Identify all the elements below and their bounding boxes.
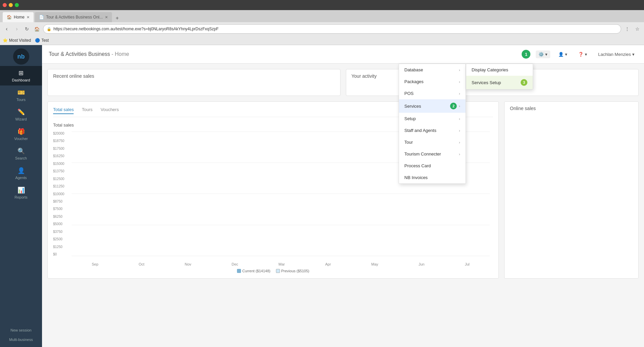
tab-home-label: Home xyxy=(14,15,25,20)
menu-services-arrow: › xyxy=(459,104,460,108)
person-arrow: ▾ xyxy=(565,52,567,57)
bookmark-test[interactable]: 🔵 Test xyxy=(35,38,49,43)
new-session-label: New session xyxy=(10,328,31,332)
home-btn[interactable]: 🏠 xyxy=(33,25,41,33)
wizard-label: Wizard xyxy=(15,117,27,121)
menu-tour-label: Tour xyxy=(404,140,413,145)
reports-label: Reports xyxy=(14,195,28,199)
menu-pos-label: POS xyxy=(404,91,413,96)
bookmark-most-visited-label: Most Visited xyxy=(9,38,31,43)
win-max-btn[interactable] xyxy=(15,3,19,7)
menu-packages[interactable]: Packages › xyxy=(399,76,466,88)
app-title-sep: - xyxy=(112,51,115,57)
menu-staff-agents[interactable]: Staff and Agents › xyxy=(399,125,466,136)
recent-sales-title: Recent online sales xyxy=(53,73,335,79)
forward-btn[interactable]: › xyxy=(13,25,21,33)
gear-dropdown: Database › Packages › POS › Services 2 › xyxy=(399,64,466,184)
sidebar-logo: nb xyxy=(13,48,29,65)
dashboard-label: Dashboard xyxy=(12,78,30,82)
sidebar-item-agents[interactable]: 👤 Agents xyxy=(0,164,42,183)
lock-icon: 🔒 xyxy=(47,27,51,31)
bookmarks-bar: ⭐ Most Visited 🔵 Test xyxy=(0,36,644,45)
search-icon: 🔍 xyxy=(17,147,25,155)
gear-icon: ⚙️ xyxy=(538,52,544,57)
app-title-sub: Home xyxy=(115,51,129,57)
menu-services[interactable]: Services 2 › xyxy=(399,99,466,113)
home-favicon: 🏠 xyxy=(7,15,12,20)
menu-pos-arrow: › xyxy=(459,92,460,96)
sidebar-item-reports[interactable]: 📊 Reports xyxy=(0,183,42,203)
win-close-btn[interactable] xyxy=(3,3,7,7)
bookmark-icon: ⭐ xyxy=(3,38,8,43)
tab-tours[interactable]: Tours xyxy=(82,107,92,114)
legend-previous-label: Previous ($5105) xyxy=(281,269,310,273)
user-name[interactable]: Lachlan Menzies ▾ xyxy=(595,50,637,58)
menu-setup[interactable]: Setup › xyxy=(399,113,466,125)
help-btn[interactable]: ❓ ▾ xyxy=(575,50,590,58)
person-icon: 👤 xyxy=(558,52,564,57)
menu-tourism-connecter[interactable]: Tourism Connecter › xyxy=(399,148,466,160)
sidebar-item-wizard[interactable]: ✏️ Wizard xyxy=(0,105,42,125)
legend-previous-color xyxy=(276,269,280,273)
tab-tour-close[interactable]: ✕ xyxy=(105,15,108,20)
menu-services-label: Services xyxy=(404,104,421,109)
bottom-row: Total sales Tours Vouchers Total sales xyxy=(47,101,639,279)
x-axis: Sep Oct Nov Dec Mar Apr May Jun Jul xyxy=(72,262,490,266)
agents-icon: 👤 xyxy=(17,167,25,174)
sidebar-new-session[interactable]: New session xyxy=(0,325,42,335)
extensions-btn[interactable]: ⋮ xyxy=(623,25,631,33)
bookmark-most-visited[interactable]: ⭐ Most Visited xyxy=(3,38,31,43)
browser-chrome xyxy=(0,0,644,10)
sidebar-item-dashboard[interactable]: ⊞ Dashboard xyxy=(0,66,42,85)
legend-current: Current ($14148) xyxy=(237,269,271,273)
multi-business-label: Multi-business xyxy=(9,338,33,342)
gear-btn[interactable]: ⚙️ ▾ xyxy=(536,50,550,58)
menu-pos[interactable]: POS › xyxy=(399,88,466,99)
menu-setup-label: Setup xyxy=(404,116,416,121)
top-bar: Tour & Activities Business - Home 1 ⚙️ ▾… xyxy=(42,45,644,64)
menu-nb-invoices[interactable]: NB Invoices xyxy=(399,172,466,183)
refresh-btn[interactable]: ↻ xyxy=(23,25,31,33)
menu-staff-agents-arrow: › xyxy=(459,129,460,133)
sidebar-item-search[interactable]: 🔍 Search xyxy=(0,144,42,164)
step1-badge: 1 xyxy=(522,50,530,59)
menu-database-label: Database xyxy=(404,67,423,72)
sidebar-multi-business[interactable]: Multi-business xyxy=(0,335,42,344)
tab-home[interactable]: 🏠 Home ✕ xyxy=(3,12,34,22)
submenu-services-setup[interactable]: Services Setup 3 xyxy=(466,76,533,89)
tab-tour-label: Tour & Activities Business Onl... xyxy=(46,15,103,20)
menu-database[interactable]: Database › xyxy=(399,64,466,76)
menu-tour[interactable]: Tour › xyxy=(399,136,466,148)
sidebar-item-voucher[interactable]: 🎁 Voucher xyxy=(0,125,42,144)
address-bar[interactable]: 🔒 https://secure.netbookings.com.au/test… xyxy=(43,24,621,34)
tours-icon: 🎫 xyxy=(17,89,25,96)
tab-tour[interactable]: 📄 Tour & Activities Business Onl... ✕ xyxy=(35,12,112,22)
wizard-icon: ✏️ xyxy=(17,108,25,116)
user-name-text: Lachlan Menzies xyxy=(598,52,631,57)
new-tab-button[interactable]: + xyxy=(113,14,121,22)
back-btn[interactable]: ‹ xyxy=(3,25,11,33)
reports-icon: 📊 xyxy=(17,186,25,194)
sidebar-item-tours[interactable]: 🎫 Tours xyxy=(0,85,42,105)
gear-arrow: ▾ xyxy=(545,52,548,57)
menu-tourism-connecter-arrow: › xyxy=(459,152,460,156)
person-btn[interactable]: 👤 ▾ xyxy=(556,50,570,58)
menu-process-card[interactable]: Process Card xyxy=(399,160,466,172)
submenu-services-setup-label: Services Setup xyxy=(472,80,501,85)
tours-label: Tours xyxy=(16,98,26,102)
bookmark-star[interactable]: ☆ xyxy=(633,25,641,33)
app-title-main: Tour & Activities Business xyxy=(49,51,110,57)
app-container: nb ⊞ Dashboard 🎫 Tours ✏️ Wizard 🎁 Vouch… xyxy=(0,45,644,347)
menu-tourism-connecter-label: Tourism Connecter xyxy=(404,151,441,157)
legend-previous: Previous ($5105) xyxy=(276,269,310,273)
menu-packages-label: Packages xyxy=(404,79,424,84)
submenu-display-categories[interactable]: Display Categories xyxy=(466,64,533,76)
menu-tour-arrow: › xyxy=(459,140,460,144)
win-min-btn[interactable] xyxy=(9,3,13,7)
menu-process-card-label: Process Card xyxy=(404,163,431,168)
app-title: Tour & Activities Business - Home xyxy=(49,51,516,57)
tab-home-close[interactable]: ✕ xyxy=(27,15,30,20)
tab-vouchers[interactable]: Vouchers xyxy=(100,107,119,114)
services-submenu: Display Categories Services Setup 3 xyxy=(466,64,533,90)
tab-total-sales[interactable]: Total sales xyxy=(53,107,74,114)
